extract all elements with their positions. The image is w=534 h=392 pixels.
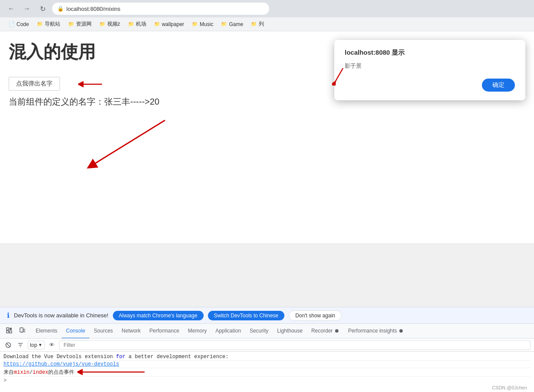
- bookmark-code[interactable]: 📄 Code: [5, 20, 33, 29]
- page-divider: [0, 244, 534, 244]
- bookmark-game[interactable]: 📁 Game: [218, 20, 247, 29]
- filter-toggle-button[interactable]: [16, 341, 25, 349]
- keyword-index: index: [33, 369, 48, 376]
- bookmark-label: 视频z: [107, 20, 120, 28]
- svg-line-1: [91, 120, 165, 166]
- alert-message: 影于景: [345, 62, 515, 70]
- bookmarks-bar: 📄 Code 📁 导航站 📁 资源网 📁 视频z 📁 机场 📁 wallpape…: [0, 17, 534, 31]
- bookmark-label: 列: [259, 20, 264, 28]
- tab-sources[interactable]: Sources: [89, 324, 117, 339]
- reload-button[interactable]: ↻: [36, 3, 49, 15]
- forward-button[interactable]: →: [21, 3, 33, 15]
- inspect-icon-button[interactable]: [3, 326, 15, 336]
- tab-network[interactable]: Network: [117, 324, 145, 339]
- arrow-right-button: [78, 78, 104, 91]
- dismiss-button[interactable]: Don't show again: [289, 310, 342, 321]
- svg-rect-5: [10, 328, 12, 330]
- alert-title: localhost:8080 显示: [345, 49, 515, 57]
- chevron-icon: >: [3, 378, 7, 384]
- match-language-button[interactable]: Always match Chrome's language: [113, 311, 204, 320]
- eye-button[interactable]: 👁: [47, 341, 56, 349]
- bookmark-airport[interactable]: 📁 机场: [125, 19, 150, 29]
- bookmark-wallpaper[interactable]: 📁 wallpaper: [151, 20, 188, 29]
- svg-rect-4: [7, 331, 9, 333]
- bookmark-icon: 📁: [99, 21, 105, 27]
- top-selector[interactable]: top ▼: [28, 341, 45, 349]
- devtools-link[interactable]: https://github.com/vuejs/vue-devtools: [3, 361, 119, 367]
- alert-dialog: localhost:8080 显示 影于景 确定: [334, 40, 525, 100]
- console-content: Download the Vue Devtools extension for …: [0, 352, 534, 392]
- bookmark-music[interactable]: 📁 Music: [188, 20, 217, 29]
- bookmark-nav[interactable]: 📁 导航站: [33, 19, 64, 29]
- bookmark-icon: 📁: [251, 21, 257, 27]
- bookmark-label: 资源网: [76, 20, 92, 28]
- bookmark-icon: 📁: [37, 21, 43, 27]
- bookmark-resource[interactable]: 📁 资源网: [65, 19, 95, 29]
- console-line-cn: 来自mixin/index的点击事件: [3, 368, 531, 377]
- devtools-tabs: Elements Console Sources Network Perform…: [0, 324, 534, 339]
- tab-security[interactable]: Security: [245, 324, 273, 339]
- bookmark-label: Music: [200, 21, 213, 27]
- device-toggle-button[interactable]: [16, 326, 28, 336]
- tab-recorder[interactable]: Recorder ⏺: [307, 324, 344, 339]
- lang-notification: ℹ DevTools is now available in Chinese! …: [0, 307, 534, 324]
- browser-chrome: ← → ↻ 🔒 localhost:8080/mixins 📄 Code 📁 导…: [0, 0, 534, 31]
- bookmark-icon: 📁: [128, 21, 134, 27]
- popup-button[interactable]: 点我弹出名字: [9, 77, 60, 91]
- address-bar[interactable]: 🔒 localhost:8080/mixins: [52, 3, 269, 15]
- filter-box[interactable]: [59, 340, 531, 350]
- bookmark-label: 导航站: [45, 20, 60, 28]
- bookmark-list[interactable]: 📁 列: [247, 19, 267, 29]
- back-button[interactable]: ←: [5, 3, 17, 15]
- url-text: localhost:8080/mixins: [66, 6, 120, 12]
- bookmark-icon: 📁: [192, 21, 198, 27]
- bookmark-label: Code: [16, 21, 29, 27]
- dropdown-icon: ▼: [38, 343, 43, 347]
- console-line-download: Download the Vue Devtools extension for …: [3, 353, 531, 361]
- tab-lighthouse[interactable]: Lighthouse: [273, 324, 307, 339]
- arrow-diagonal: [69, 116, 178, 177]
- cn-text: 来自mixin/index的点击事件: [3, 369, 74, 376]
- devtools-tab-icons: [3, 326, 28, 336]
- tab-performance-insights[interactable]: Performance insights ⏺: [344, 324, 408, 339]
- bookmark-icon: 📁: [221, 21, 227, 27]
- tab-elements[interactable]: Elements: [31, 324, 62, 339]
- tab-memory[interactable]: Memory: [184, 324, 211, 339]
- bookmark-icon: 📁: [154, 21, 160, 27]
- devtools-panel: ℹ DevTools is now available in Chinese! …: [0, 307, 534, 392]
- console-toolbar: top ▼ 👁: [0, 339, 534, 352]
- bookmark-video[interactable]: 📁 视频z: [96, 19, 124, 29]
- filter-input[interactable]: [62, 341, 527, 349]
- bookmark-label: 机场: [136, 20, 146, 28]
- bookmark-icon: 📁: [68, 21, 74, 27]
- switch-chinese-button[interactable]: Switch DevTools to Chinese: [208, 311, 285, 320]
- devtools-footer: CSDN @0Jchen: [492, 385, 527, 390]
- bookmark-icon: 📄: [9, 21, 15, 27]
- console-arrow: [77, 367, 147, 377]
- tab-performance[interactable]: Performance: [145, 324, 184, 339]
- download-text: Download the Vue Devtools extension for …: [3, 354, 229, 360]
- svg-rect-7: [20, 328, 23, 332]
- lang-notice-text: DevTools is now available in Chinese!: [14, 312, 109, 319]
- tab-application[interactable]: Application: [211, 324, 245, 339]
- console-input-line: >: [3, 377, 531, 385]
- bookmark-label: wallpaper: [162, 21, 184, 27]
- tab-console[interactable]: Console: [62, 324, 89, 339]
- svg-rect-3: [7, 328, 9, 330]
- bookmark-label: Game: [229, 21, 243, 27]
- keyword-for: for: [116, 354, 125, 360]
- svg-line-2: [334, 68, 343, 83]
- svg-rect-6: [10, 331, 12, 333]
- lock-icon: 🔒: [57, 6, 64, 12]
- info-icon: ℹ: [7, 311, 10, 320]
- svg-rect-8: [21, 332, 22, 333]
- keyword-mixin: mixin: [14, 369, 30, 376]
- nav-bar: ← → ↻ 🔒 localhost:8080/mixins: [0, 0, 534, 17]
- svg-line-11: [7, 343, 10, 347]
- svg-rect-9: [23, 329, 25, 332]
- alert-arrow: [332, 64, 345, 86]
- main-content: 混入的使用 点我弹出名字 当前组件的定义的名字：张三丰----->20: [0, 31, 534, 244]
- alert-confirm-button[interactable]: 确定: [482, 79, 515, 92]
- clear-console-button[interactable]: [3, 341, 13, 349]
